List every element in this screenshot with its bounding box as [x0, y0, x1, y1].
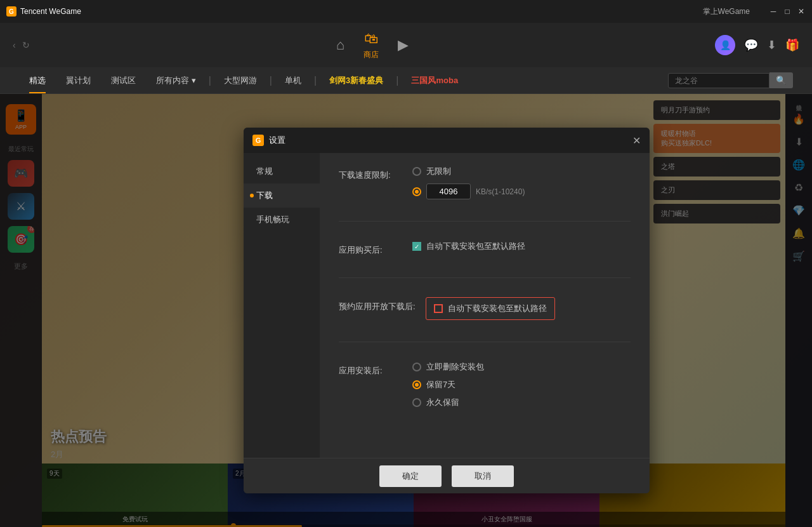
modal-footer: 确定 取消 — [244, 458, 650, 493]
shop-icon: 🛍 — [364, 30, 378, 47]
titlebar-controls: 掌上WeGame ─ □ ✕ — [703, 6, 806, 17]
cancel-button[interactable]: 取消 — [452, 465, 514, 487]
home-icon: ⌂ — [336, 37, 344, 53]
maximize-button[interactable]: □ — [783, 7, 792, 16]
nav-arrows: ‹ ↻ — [13, 40, 30, 50]
app-name: Tencent WeGame — [20, 7, 81, 16]
after-purchase-label: 应用购买后: — [339, 241, 402, 256]
modal-nav-download[interactable]: 下载 — [244, 183, 320, 208]
after-purchase-checkbox-row: ✓ 自动下载安装包至默认路径 — [412, 241, 525, 252]
radio-custom-row: KB/s(1-10240) — [412, 183, 525, 199]
nav-center: ⌂ 🛍 商店 ▶ — [43, 30, 702, 60]
nav-right: 👤 💬 ⬇ 🎁 — [715, 35, 799, 55]
subnav-mmorpg[interactable]: 大型网游 — [214, 67, 267, 93]
back-button[interactable]: ‹ — [13, 40, 16, 50]
radio-delete-row: 立即删除安装包 — [412, 361, 484, 373]
search-button[interactable]: 🔍 — [769, 72, 793, 88]
modal-nav-general-label: 常规 — [256, 166, 273, 176]
radio-unlimited-row: 无限制 — [412, 166, 525, 177]
radio-keep7[interactable] — [412, 380, 421, 389]
modal-nav-download-label: 下载 — [256, 190, 273, 200]
modal-title: 设置 — [269, 135, 627, 146]
subnav-single[interactable]: 单机 — [275, 67, 311, 93]
after-reservation-checkbox[interactable] — [434, 304, 443, 313]
subnav-sanguo-label: 三国风moba — [411, 75, 458, 86]
main-content: 📱 APP 最近常玩 🎮 ⚔ 🎯 存 更多 快捷导航 🔥 ⬇ 🌐 ♻ 💎 🔔 🛒… — [0, 94, 812, 527]
active-dot — [250, 194, 254, 197]
minimize-button[interactable]: ─ — [769, 7, 778, 16]
message-icon[interactable]: 💬 — [744, 38, 758, 52]
radio-custom[interactable] — [412, 187, 421, 196]
radio-delete-label: 立即删除安装包 — [426, 361, 484, 373]
radio-keep7-row: 保留7天 — [412, 379, 484, 390]
confirm-button[interactable]: 确定 — [379, 465, 442, 487]
download-speed-label: 下载速度限制: — [339, 166, 402, 181]
subnav-test[interactable]: 测试区 — [101, 67, 146, 93]
radio-keep-forever-row: 永久保留 — [412, 397, 484, 408]
subnav-all-label: 所有内容 ▾ — [156, 75, 196, 86]
after-purchase-checkbox-label: 自动下载安装包至默认路径 — [426, 241, 525, 252]
nav-shop[interactable]: 🛍 商店 — [363, 30, 379, 60]
window-buttons: ─ □ ✕ — [769, 7, 806, 16]
subnav-sanguo[interactable]: 三国风moba — [401, 67, 468, 93]
navbar: ‹ ↻ ⌂ 🛍 商店 ▶ 👤 💬 ⬇ 🎁 — [0, 23, 812, 67]
modal-nav-general[interactable]: 常规 — [244, 159, 320, 183]
after-install-section: 应用安装后: 立即删除安装包 保留7天 — [339, 361, 631, 430]
modal-header: G 设置 ✕ — [244, 128, 650, 153]
subnav-mmorpg-label: 大型网游 — [224, 75, 257, 86]
after-purchase-checkbox[interactable]: ✓ — [412, 242, 421, 251]
modal-g-icon: G — [252, 135, 264, 146]
subnav-wing-label: 翼计划 — [66, 75, 91, 86]
refresh-button[interactable]: ↻ — [22, 40, 30, 50]
after-reservation-checkbox-label: 自动下载安装包至默认路径 — [448, 303, 547, 314]
radio-keep-forever-label: 永久保留 — [426, 397, 459, 408]
subnav-featured[interactable]: 精选 — [19, 67, 56, 93]
subnav-divider1: | — [209, 75, 211, 86]
after-reservation-section: 预约应用开放下载后: 自动下载安装包至默认路径 — [339, 297, 631, 342]
after-reservation-control: 自动下载安装包至默认路径 — [426, 297, 555, 320]
palm-wegame-button[interactable]: 掌上WeGame — [703, 6, 750, 17]
avatar[interactable]: 👤 — [715, 35, 735, 55]
subnav-divider2: | — [270, 75, 272, 86]
settings-modal: G 设置 ✕ 常规 下载 手机畅玩 — [244, 128, 650, 493]
radio-unlimited[interactable] — [412, 167, 421, 176]
radio-unlimited-label: 无限制 — [426, 166, 451, 177]
speed-unit-label: KB/s(1-10240) — [476, 187, 525, 196]
radio-keep7-label: 保留7天 — [426, 379, 455, 390]
modal-nav: 常规 下载 手机畅玩 — [244, 153, 320, 458]
download-speed-control: 无限制 KB/s(1-10240) — [412, 166, 525, 199]
search-area: 🔍 — [668, 72, 793, 88]
subnav-divider4: | — [396, 75, 398, 86]
subnav-test-label: 测试区 — [111, 75, 136, 86]
radio-keep-forever[interactable] — [412, 398, 421, 407]
subnav-jianwang[interactable]: 剑网3新春盛典 — [319, 67, 393, 93]
download-icon[interactable]: ⬇ — [767, 38, 776, 52]
video-icon: ▶ — [398, 37, 409, 53]
titlebar: G Tencent WeGame 掌上WeGame ─ □ ✕ — [0, 0, 812, 23]
download-speed-row: 下载速度限制: 无限制 KB/s(1-10240) — [339, 166, 631, 199]
subnav-wing[interactable]: 翼计划 — [56, 67, 101, 93]
g-brand-icon: G — [6, 6, 16, 17]
after-reservation-checkbox-row: 自动下载安装包至默认路径 — [426, 297, 555, 320]
download-speed-section: 下载速度限制: 无限制 KB/s(1-10240) — [339, 166, 631, 222]
speed-value-input[interactable] — [426, 183, 471, 199]
search-input[interactable] — [668, 73, 769, 88]
after-purchase-section: 应用购买后: ✓ 自动下载安装包至默认路径 — [339, 241, 631, 278]
nav-shop-label: 商店 — [363, 50, 379, 60]
subnavbar: 精选 翼计划 测试区 所有内容 ▾ | 大型网游 | 单机 | 剑网3新春盛典 … — [0, 67, 812, 94]
modal-nav-mobile[interactable]: 手机畅玩 — [244, 208, 320, 232]
modal-body: 常规 下载 手机畅玩 下载速度限制: — [244, 153, 650, 458]
modal-close-button[interactable]: ✕ — [632, 135, 641, 147]
subnav-single-label: 单机 — [285, 75, 301, 86]
subnav-all[interactable]: 所有内容 ▾ — [146, 67, 206, 93]
after-reservation-row: 预约应用开放下载后: 自动下载安装包至默认路径 — [339, 297, 631, 320]
modal-settings-content: 下载速度限制: 无限制 KB/s(1-10240) — [320, 153, 650, 458]
close-button[interactable]: ✕ — [797, 7, 806, 16]
after-reservation-label: 预约应用开放下载后: — [339, 297, 416, 312]
app-logo: G Tencent WeGame — [6, 6, 81, 17]
gift-icon[interactable]: 🎁 — [785, 38, 799, 52]
nav-video[interactable]: ▶ — [398, 37, 409, 53]
radio-delete[interactable] — [412, 363, 421, 371]
nav-home[interactable]: ⌂ — [336, 37, 344, 53]
after-install-row: 应用安装后: 立即删除安装包 保留7天 — [339, 361, 631, 408]
